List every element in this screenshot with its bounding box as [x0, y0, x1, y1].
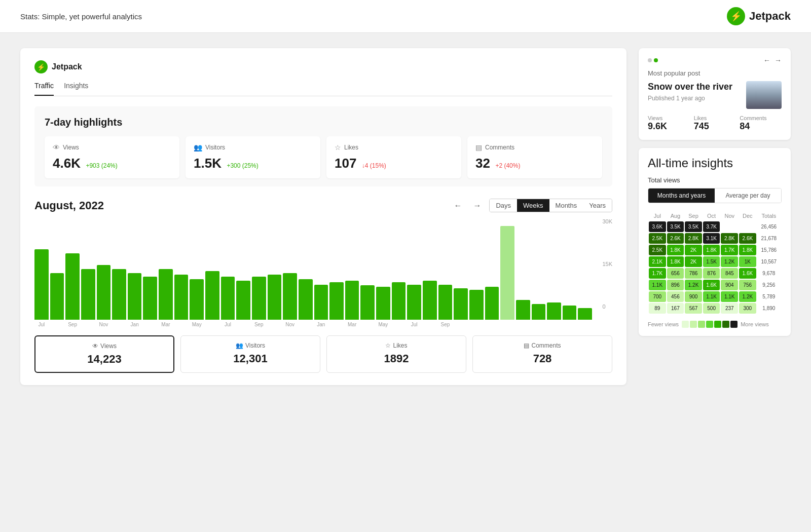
heatmap-cell[interactable]: 2.1K: [649, 256, 666, 267]
chart-next-btn[interactable]: →: [470, 200, 484, 211]
toggle-avg-per-day[interactable]: Average per day: [715, 188, 781, 203]
bar[interactable]: [360, 285, 375, 320]
bar[interactable]: [190, 279, 204, 320]
heatmap-cell[interactable]: 2.6K: [739, 233, 756, 244]
heatmap-cell[interactable]: 1.8K: [667, 256, 684, 267]
bar[interactable]: [469, 290, 484, 320]
heatmap-cell[interactable]: 1.2K: [721, 256, 738, 267]
period-months[interactable]: Months: [549, 199, 583, 212]
heatmap-cell[interactable]: 3.7K: [703, 221, 720, 232]
bar[interactable]: [81, 269, 95, 320]
tab-insights[interactable]: Insights: [64, 82, 88, 96]
heatmap-cell[interactable]: 1.1K: [649, 280, 666, 290]
period-years[interactable]: Years: [583, 199, 612, 212]
bar[interactable]: [174, 275, 189, 320]
bar[interactable]: [578, 308, 592, 320]
heatmap-cell[interactable]: 9,678: [757, 268, 781, 279]
heatmap-cell[interactable]: 5,789: [757, 291, 781, 302]
heatmap-cell[interactable]: 1.8K: [667, 245, 684, 255]
heatmap-cell[interactable]: 904: [721, 280, 738, 290]
heatmap-cell[interactable]: 1.8K: [739, 245, 756, 255]
bar[interactable]: [205, 271, 219, 320]
bar[interactable]: [112, 269, 126, 320]
bar[interactable]: [454, 288, 468, 320]
bar[interactable]: [329, 282, 344, 320]
heatmap-cell[interactable]: 3.5K: [667, 221, 684, 232]
heatmap-cell[interactable]: 500: [703, 303, 720, 314]
bar[interactable]: [314, 285, 328, 320]
bar[interactable]: [485, 287, 499, 320]
heatmap-cell[interactable]: 167: [667, 303, 684, 314]
bar[interactable]: [268, 275, 282, 320]
heatmap-cell[interactable]: 1K: [739, 256, 756, 267]
stat-views[interactable]: 👁 Views 14,223: [34, 335, 174, 373]
heatmap-cell[interactable]: 21,678: [757, 233, 781, 244]
heatmap-cell[interactable]: 2K: [685, 256, 702, 267]
heatmap-cell[interactable]: 1.7K: [721, 245, 738, 255]
heatmap-cell[interactable]: 89: [649, 303, 666, 314]
bar[interactable]: [143, 277, 157, 320]
heatmap-cell[interactable]: 876: [703, 268, 720, 279]
heatmap-cell[interactable]: 2.8K: [685, 233, 702, 244]
heatmap-cell[interactable]: 700: [649, 291, 666, 302]
bar[interactable]: [97, 265, 111, 320]
heatmap-cell[interactable]: 567: [685, 303, 702, 314]
bar[interactable]: [407, 285, 421, 320]
heatmap-cell[interactable]: 15,786: [757, 245, 781, 255]
popular-post-title[interactable]: Snow over the river: [648, 81, 740, 93]
bar[interactable]: [392, 282, 406, 320]
heatmap-cell[interactable]: 2.5K: [649, 245, 666, 255]
bar[interactable]: [563, 306, 577, 320]
period-weeks[interactable]: Weeks: [517, 199, 549, 212]
heatmap-cell[interactable]: 1.2K: [685, 280, 702, 290]
tab-traffic[interactable]: Traffic: [34, 82, 54, 96]
heatmap-cell[interactable]: 2.6K: [667, 233, 684, 244]
bar[interactable]: [221, 277, 235, 320]
heatmap-cell[interactable]: 2.5K: [649, 233, 666, 244]
heatmap-cell[interactable]: 3.6K: [649, 221, 666, 232]
heatmap-cell[interactable]: 756: [739, 280, 756, 290]
heatmap-cell[interactable]: 300: [739, 303, 756, 314]
bar[interactable]: [128, 273, 142, 320]
card-next-btn[interactable]: →: [775, 56, 782, 64]
bar[interactable]: [252, 277, 266, 320]
heatmap-cell[interactable]: 1.5K: [703, 256, 720, 267]
bar[interactable]: [299, 279, 313, 320]
heatmap-cell[interactable]: 845: [721, 268, 738, 279]
heatmap-cell[interactable]: 3.1K: [703, 233, 720, 244]
bar[interactable]: [159, 269, 173, 320]
heatmap-cell[interactable]: 456: [667, 291, 684, 302]
heatmap-cell[interactable]: 1.1K: [721, 291, 738, 302]
stat-visitors[interactable]: 👥 Visitors 12,301: [180, 335, 320, 373]
heatmap-cell[interactable]: 1.8K: [703, 245, 720, 255]
heatmap-cell[interactable]: [739, 221, 756, 232]
bar[interactable]: [376, 287, 390, 320]
heatmap-cell[interactable]: 896: [667, 280, 684, 290]
heatmap-cell[interactable]: 10,567: [757, 256, 781, 267]
heatmap-cell[interactable]: 2.8K: [721, 233, 738, 244]
heatmap-cell[interactable]: 1.1K: [703, 291, 720, 302]
bar[interactable]: [283, 273, 297, 320]
bar[interactable]: [345, 281, 359, 320]
bar[interactable]: [500, 226, 514, 320]
heatmap-cell[interactable]: 1.7K: [649, 268, 666, 279]
bar[interactable]: [65, 253, 80, 320]
heatmap-cell[interactable]: 9,256: [757, 280, 781, 290]
heatmap-cell[interactable]: [721, 221, 738, 232]
heatmap-cell[interactable]: 3.5K: [685, 221, 702, 232]
heatmap-cell[interactable]: 2K: [685, 245, 702, 255]
bar[interactable]: [236, 281, 250, 320]
heatmap-cell[interactable]: 786: [685, 268, 702, 279]
card-prev-btn[interactable]: ←: [763, 56, 770, 64]
heatmap-cell[interactable]: 1.6K: [703, 280, 720, 290]
bar[interactable]: [532, 304, 546, 320]
toggle-months-years[interactable]: Months and years: [648, 188, 715, 203]
bar[interactable]: [438, 285, 453, 320]
stat-likes[interactable]: ☆ Likes 1892: [326, 335, 466, 373]
heatmap-cell[interactable]: 26,456: [757, 221, 781, 232]
period-days[interactable]: Days: [490, 199, 517, 212]
bar[interactable]: [516, 300, 530, 320]
heatmap-cell[interactable]: 1.6K: [739, 268, 756, 279]
heatmap-cell[interactable]: 1.2K: [739, 291, 756, 302]
heatmap-cell[interactable]: 900: [685, 291, 702, 302]
